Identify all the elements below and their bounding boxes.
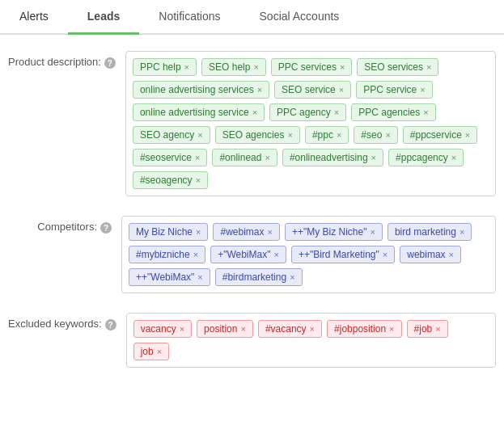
list-item[interactable]: #ppcservice× bbox=[403, 126, 477, 144]
remove-tag-button[interactable]: × bbox=[385, 131, 390, 140]
list-item[interactable]: ++"Bird Marketing"× bbox=[291, 246, 395, 263]
remove-tag-button[interactable]: × bbox=[240, 325, 245, 334]
competitors-info-icon[interactable]: ? bbox=[100, 222, 112, 234]
remove-tag-button[interactable]: × bbox=[370, 228, 375, 237]
list-item[interactable]: PPC agencies× bbox=[351, 103, 435, 121]
list-item[interactable]: #birdmarketing× bbox=[215, 268, 303, 286]
list-item[interactable]: job× bbox=[133, 343, 169, 360]
list-item[interactable]: #seoagency× bbox=[133, 171, 208, 189]
remove-tag-button[interactable]: × bbox=[290, 273, 294, 282]
remove-tag-button[interactable]: × bbox=[310, 325, 315, 334]
product-description-tags[interactable]: PPC help×SEO help×PPC services×SEO servi… bbox=[125, 51, 496, 196]
list-item[interactable]: #webimax× bbox=[213, 223, 279, 241]
list-item[interactable]: ++"WebiMax"× bbox=[129, 268, 210, 286]
list-item[interactable]: #ppcagency× bbox=[388, 149, 464, 166]
list-item[interactable]: SEO agencies× bbox=[215, 126, 300, 144]
main-content: Product description: ? PPC help×SEO help… bbox=[0, 35, 504, 403]
tab-alerts[interactable]: Alerts bbox=[0, 0, 68, 35]
remove-tag-button[interactable]: × bbox=[383, 250, 388, 259]
remove-tag-button[interactable]: × bbox=[184, 63, 189, 72]
list-item[interactable]: SEO services× bbox=[357, 58, 438, 76]
list-item[interactable]: #mybizniche× bbox=[129, 246, 205, 263]
remove-tag-button[interactable]: × bbox=[465, 131, 470, 140]
list-item[interactable]: #vacancy× bbox=[258, 320, 322, 338]
list-item[interactable]: +"WebiMax"× bbox=[210, 246, 286, 263]
remove-tag-button[interactable]: × bbox=[451, 154, 456, 162]
list-item[interactable]: ++"My Biz Niche"× bbox=[285, 223, 383, 241]
remove-tag-button[interactable]: × bbox=[426, 63, 431, 72]
list-item[interactable]: #ppc× bbox=[305, 126, 349, 144]
remove-tag-button[interactable]: × bbox=[252, 108, 257, 117]
remove-tag-button[interactable]: × bbox=[423, 108, 428, 117]
remove-tag-button[interactable]: × bbox=[196, 176, 201, 185]
list-item[interactable]: #onlinead× bbox=[212, 149, 277, 166]
product-description-label: Product description: ? bbox=[8, 51, 125, 69]
remove-tag-button[interactable]: × bbox=[337, 131, 341, 140]
list-item[interactable]: SEO service× bbox=[274, 81, 351, 99]
remove-tag-button[interactable]: × bbox=[180, 325, 184, 334]
list-item[interactable]: #jobposition× bbox=[327, 320, 402, 338]
remove-tag-button[interactable]: × bbox=[197, 131, 202, 140]
remove-tag-button[interactable]: × bbox=[339, 86, 344, 95]
remove-tag-button[interactable]: × bbox=[371, 154, 376, 162]
competitors-label: Competitors: ? bbox=[8, 216, 121, 234]
tab-leads[interactable]: Leads bbox=[68, 0, 139, 35]
product-description-info-icon[interactable]: ? bbox=[104, 57, 116, 69]
list-item[interactable]: SEO agency× bbox=[133, 126, 210, 144]
list-item[interactable]: online advertising service× bbox=[133, 103, 265, 121]
competitors-tags[interactable]: My Biz Niche×#webimax×++"My Biz Niche"×b… bbox=[121, 216, 496, 293]
list-item[interactable]: vacancy× bbox=[133, 320, 192, 338]
excluded-keywords-info-icon[interactable]: ? bbox=[105, 319, 116, 330]
list-item[interactable]: #seo× bbox=[354, 126, 397, 144]
list-item[interactable]: #onlineadvertising× bbox=[282, 149, 383, 166]
remove-tag-button[interactable]: × bbox=[273, 250, 278, 259]
remove-tag-button[interactable]: × bbox=[253, 63, 258, 72]
excluded-keywords-section: Excluded keywords: ? vacancy×position×#v… bbox=[8, 313, 496, 368]
remove-tag-button[interactable]: × bbox=[195, 154, 200, 162]
list-item[interactable]: webimax× bbox=[400, 246, 461, 263]
remove-tag-button[interactable]: × bbox=[420, 86, 425, 95]
remove-tag-button[interactable]: × bbox=[197, 273, 202, 282]
remove-tag-button[interactable]: × bbox=[267, 228, 272, 237]
remove-tag-button[interactable]: × bbox=[449, 250, 454, 259]
list-item[interactable]: SEO help× bbox=[201, 58, 266, 76]
list-item[interactable]: PPC services× bbox=[271, 58, 352, 76]
remove-tag-button[interactable]: × bbox=[265, 154, 269, 162]
remove-tag-button[interactable]: × bbox=[287, 131, 292, 140]
list-item[interactable]: PPC service× bbox=[356, 81, 432, 99]
remove-tag-button[interactable]: × bbox=[157, 347, 162, 356]
remove-tag-button[interactable]: × bbox=[460, 228, 464, 237]
list-item[interactable]: bird marketing× bbox=[388, 223, 472, 241]
list-item[interactable]: #job× bbox=[407, 320, 448, 338]
remove-tag-button[interactable]: × bbox=[257, 86, 262, 95]
list-item[interactable]: position× bbox=[197, 320, 253, 338]
tab-social-accounts[interactable]: Social Accounts bbox=[240, 0, 359, 35]
remove-tag-button[interactable]: × bbox=[435, 325, 440, 334]
tabs-bar: Alerts Leads Notifications Social Accoun… bbox=[0, 0, 504, 35]
excluded-keywords-tags[interactable]: vacancy×position×#vacancy×#jobposition×#… bbox=[126, 313, 496, 368]
product-description-section: Product description: ? PPC help×SEO help… bbox=[8, 51, 496, 196]
list-item[interactable]: #seoservice× bbox=[133, 149, 207, 166]
tab-notifications[interactable]: Notifications bbox=[139, 0, 239, 35]
remove-tag-button[interactable]: × bbox=[389, 325, 394, 334]
list-item[interactable]: My Biz Niche× bbox=[129, 223, 208, 241]
remove-tag-button[interactable]: × bbox=[193, 250, 198, 259]
list-item[interactable]: PPC agency× bbox=[269, 103, 346, 121]
remove-tag-button[interactable]: × bbox=[340, 63, 345, 72]
remove-tag-button[interactable]: × bbox=[196, 228, 201, 237]
list-item[interactable]: online advertising services× bbox=[133, 81, 269, 99]
competitors-section: Competitors: ? My Biz Niche×#webimax×++"… bbox=[8, 216, 496, 293]
list-item[interactable]: PPC help× bbox=[133, 58, 197, 76]
remove-tag-button[interactable]: × bbox=[334, 108, 339, 117]
excluded-keywords-label: Excluded keywords: ? bbox=[8, 313, 126, 330]
